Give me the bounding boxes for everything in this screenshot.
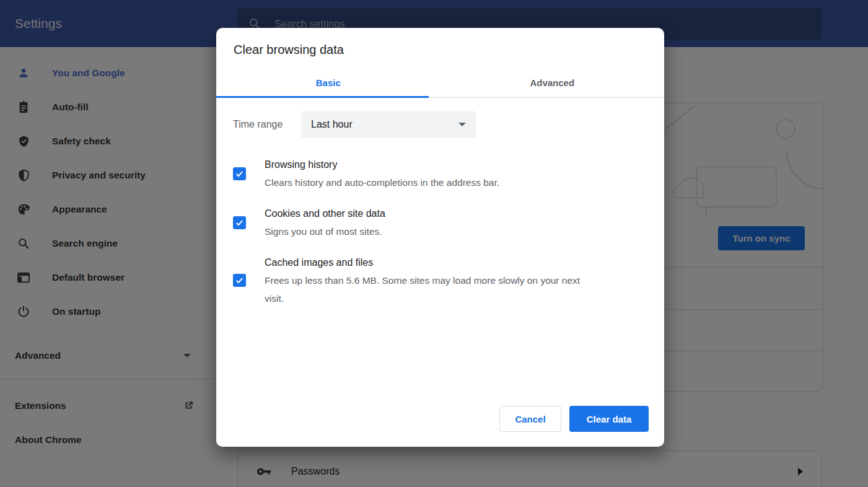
option-row-cookies: Cookies and other site data Signs you ou… <box>233 204 647 240</box>
clear-browsing-data-dialog: Clear browsing data Basic Advanced Time … <box>216 28 664 447</box>
option-description: Frees up less than 5.6 MB. Some sites ma… <box>265 271 593 307</box>
dropdown-caret-icon <box>458 123 466 126</box>
cancel-button[interactable]: Cancel <box>499 406 561 432</box>
option-row-browsing-history: Browsing history Clears history and auto… <box>233 156 647 191</box>
cached-images-checkbox[interactable] <box>233 274 246 287</box>
option-description: Signs you out of most sites. <box>265 222 385 240</box>
tab-basic[interactable]: Basic <box>216 68 441 97</box>
option-title: Browsing history <box>265 156 499 173</box>
option-description: Clears history and auto-completions in t… <box>265 173 499 191</box>
check-icon <box>235 218 244 227</box>
dialog-title: Clear browsing data <box>216 28 664 68</box>
browsing-history-checkbox[interactable] <box>233 167 246 180</box>
dialog-tabs: Basic Advanced <box>216 68 664 98</box>
time-range-select[interactable]: Last hour <box>301 111 476 138</box>
time-range-label: Time range <box>233 119 301 130</box>
tab-advanced[interactable]: Advanced <box>441 68 665 97</box>
option-title: Cached images and files <box>265 253 593 271</box>
time-range-value: Last hour <box>311 119 353 130</box>
option-title: Cookies and other site data <box>265 204 385 222</box>
check-icon <box>235 276 244 285</box>
check-icon <box>235 169 244 178</box>
clear-data-button[interactable]: Clear data <box>569 406 649 432</box>
active-tab-indicator <box>216 96 429 98</box>
cookies-checkbox[interactable] <box>233 216 246 229</box>
option-row-cached-images: Cached images and files Frees up less th… <box>233 253 647 307</box>
